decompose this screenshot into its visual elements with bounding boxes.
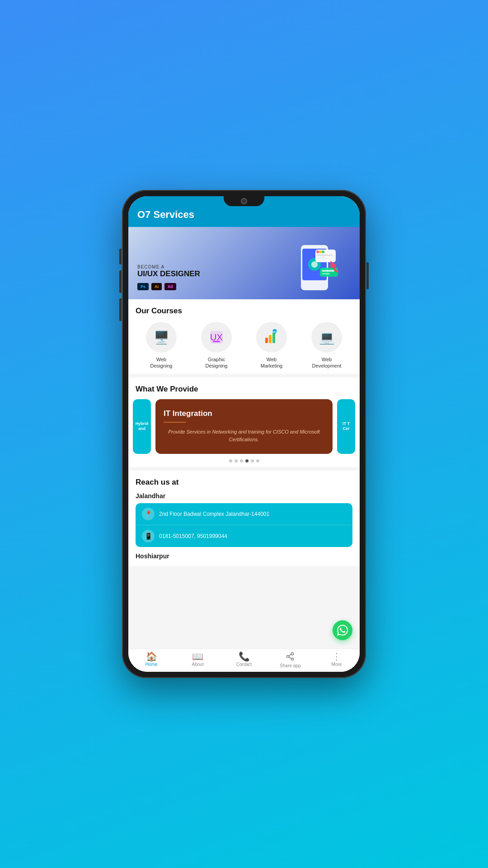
xd-badge: Xd xyxy=(164,283,176,290)
carousel-dots xyxy=(128,454,360,462)
svg-line-26 xyxy=(289,657,291,658)
notch xyxy=(224,196,264,206)
svg-rect-16 xyxy=(213,341,220,342)
nav-share[interactable]: Share app xyxy=(267,652,313,668)
nav-contact[interactable]: 📞 Contact xyxy=(221,652,267,668)
ai-badge: Ai xyxy=(151,283,162,290)
svg-rect-17 xyxy=(265,338,268,343)
silent-button xyxy=(119,298,122,321)
whatsapp-fab[interactable] xyxy=(333,620,352,640)
courses-row: 🖥️ WebDesigning UX GraphicDesigning xyxy=(136,322,352,369)
share-icon xyxy=(286,652,295,662)
phone-row[interactable]: 📱 0181-5015007, 9501999044 xyxy=(136,525,352,547)
more-icon: ⋮ xyxy=(332,652,341,661)
svg-point-22 xyxy=(291,653,294,655)
address-text: 2nd Floor Badwal Complex Jalandhar-14400… xyxy=(159,511,269,517)
course-web-marketing[interactable]: SEO WebMarketing xyxy=(246,322,297,369)
tool-badges: Ps Ai Xd xyxy=(137,283,200,290)
hero-banner: BECOME A UI/UX DESIGNER Ps Ai Xd xyxy=(128,227,360,299)
svg-point-6 xyxy=(319,250,322,253)
svg-line-25 xyxy=(289,654,291,656)
svg-rect-9 xyxy=(317,257,328,259)
bottom-nav: 🏠 Home 📖 About 📞 Contact xyxy=(128,649,360,672)
web-marketing-icon: SEO xyxy=(256,322,287,353)
contact-card-jalandhar: 📍 2nd Floor Badwal Complex Jalandhar-144… xyxy=(136,503,352,547)
svg-point-3 xyxy=(311,261,318,268)
web-marketing-label: WebMarketing xyxy=(261,356,282,369)
hero-text: BECOME A UI/UX DESIGNER Ps Ai Xd xyxy=(137,264,200,299)
svg-point-7 xyxy=(322,250,324,253)
contact-icon: 📞 xyxy=(239,652,250,661)
web-designing-label: WebDesigning xyxy=(150,356,173,369)
main-content[interactable]: BECOME A UI/UX DESIGNER Ps Ai Xd xyxy=(128,227,360,649)
city-hoshiarpur: Hoshiarpur xyxy=(136,552,352,560)
dot-3 xyxy=(240,459,243,462)
share-label: Share app xyxy=(280,663,300,668)
provide-carousel: Hybridand IT Integration Provide Service… xyxy=(128,399,360,454)
phone-icon: 📱 xyxy=(142,530,155,542)
nav-about[interactable]: 📖 About xyxy=(174,652,221,668)
svg-point-24 xyxy=(291,658,294,660)
course-web-designing[interactable]: 🖥️ WebDesigning xyxy=(136,322,187,369)
dot-5 xyxy=(251,459,254,462)
course-web-development[interactable]: 💻 WebDevelopment xyxy=(301,322,352,369)
contact-label: Contact xyxy=(236,662,252,667)
about-label: About xyxy=(192,662,204,667)
reach-section: Reach us at Jalandhar 📍 2nd Floor Badwal… xyxy=(128,471,360,566)
volume-down-button xyxy=(119,270,122,293)
svg-rect-12 xyxy=(322,273,330,274)
hero-title: UI/UX DESIGNER xyxy=(137,269,200,278)
graphic-designing-label: GraphicDesigning xyxy=(206,356,228,369)
courses-section: Our Courses 🖥️ WebDesigning UX xyxy=(128,299,360,374)
dot-6 xyxy=(256,459,259,462)
svg-point-5 xyxy=(316,250,319,253)
ps-badge: Ps xyxy=(137,283,149,290)
power-button xyxy=(366,262,369,289)
svg-rect-11 xyxy=(322,270,334,272)
svg-text:SEO: SEO xyxy=(272,330,278,333)
provide-card-desc: Provide Services in Networking and train… xyxy=(164,428,324,444)
courses-title: Our Courses xyxy=(136,307,352,316)
hero-illustration xyxy=(287,236,351,299)
svg-text:UX: UX xyxy=(210,332,223,342)
nav-home[interactable]: 🏠 Home xyxy=(128,652,174,668)
course-graphic-designing[interactable]: UX GraphicDesigning xyxy=(191,322,242,369)
camera xyxy=(241,198,247,204)
web-designing-icon: 🖥️ xyxy=(146,322,177,353)
nav-more[interactable]: ⋮ More xyxy=(314,652,360,668)
provide-card[interactable]: IT Integration Provide Services in Netwo… xyxy=(155,399,333,454)
web-development-label: WebDevelopment xyxy=(312,356,342,369)
city-jalandhar: Jalandhar xyxy=(136,492,352,500)
home-icon: 🏠 xyxy=(146,652,157,661)
dot-2 xyxy=(235,459,238,462)
svg-rect-18 xyxy=(269,335,272,343)
app-title: O7 Services xyxy=(137,209,351,221)
bottom-spacer xyxy=(128,570,360,579)
address-row[interactable]: 📍 2nd Floor Badwal Complex Jalandhar-144… xyxy=(136,503,352,525)
phone-text: 0181-5015007, 9501999044 xyxy=(159,533,227,539)
web-development-icon: 💻 xyxy=(311,322,342,353)
svg-rect-8 xyxy=(317,255,333,256)
about-icon: 📖 xyxy=(192,652,203,661)
more-label: More xyxy=(331,662,342,667)
provide-side-right: IT TCer xyxy=(337,399,355,454)
graphic-designing-icon: UX xyxy=(201,322,232,353)
provide-card-title: IT Integration xyxy=(164,409,324,418)
dot-4 xyxy=(245,459,249,462)
reach-title: Reach us at xyxy=(136,478,352,487)
home-label: Home xyxy=(145,662,158,667)
hero-become-label: BECOME A xyxy=(137,264,200,269)
svg-point-23 xyxy=(287,656,289,658)
phone-screen: O7 Services BECOME A UI/UX DESIGNER Ps A… xyxy=(128,196,360,672)
provide-side-left: Hybridand xyxy=(133,399,151,454)
location-icon: 📍 xyxy=(142,508,155,520)
provide-card-divider xyxy=(164,422,186,423)
svg-rect-19 xyxy=(272,332,275,343)
provide-title: What We Provide xyxy=(128,385,360,394)
phone-frame: O7 Services BECOME A UI/UX DESIGNER Ps A… xyxy=(122,190,366,678)
dot-1 xyxy=(229,459,232,462)
volume-up-button xyxy=(119,249,122,264)
provide-section: What We Provide Hybridand IT Integration… xyxy=(128,377,360,467)
